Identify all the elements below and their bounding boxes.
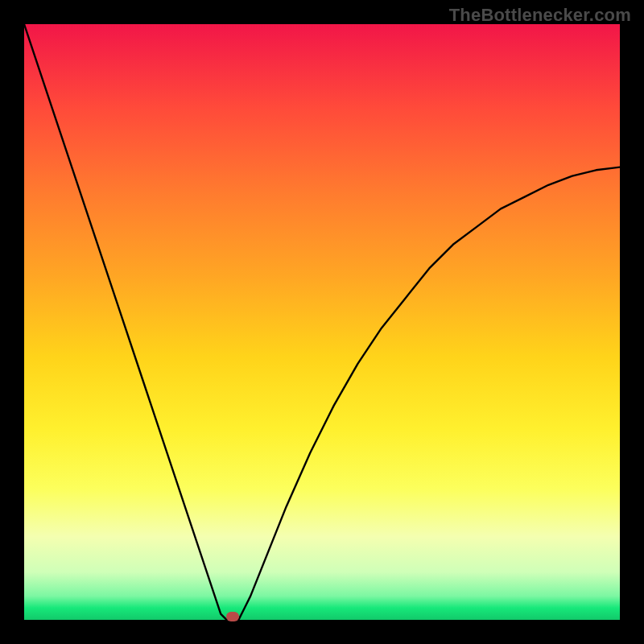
bottleneck-curve [24,24,620,620]
attribution-text: TheBottlenecker.com [449,5,631,26]
plot-area [24,24,620,620]
optimal-point-marker [226,612,239,621]
